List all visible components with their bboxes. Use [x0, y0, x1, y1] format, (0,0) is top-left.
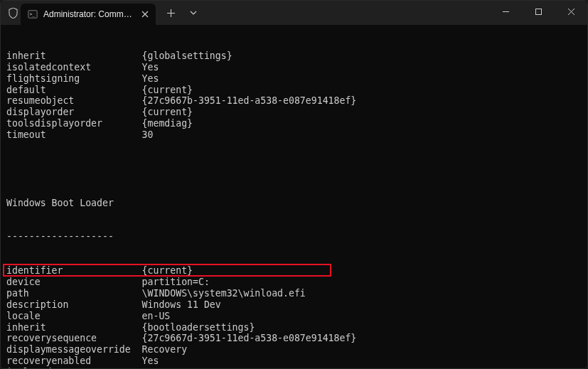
output-key: timeout — [6, 129, 142, 141]
output-key: device — [6, 277, 142, 288]
cmd-icon: >_ — [28, 9, 38, 19]
output-key: description — [6, 299, 142, 311]
output-value: partition=C: — [142, 277, 210, 288]
output-value: {current} — [142, 265, 193, 277]
output-row: isolatedcontext Yes — [6, 62, 582, 73]
output-key: recoverysequence — [6, 333, 142, 344]
output-row: identifier {current} — [6, 265, 582, 277]
output-row: flightsigning Yes — [6, 73, 582, 85]
terminal-output[interactable]: inherit {globalsettings}isolatedcontext … — [1, 25, 587, 368]
output-row: toolsdisplayorder {memdiag} — [6, 118, 582, 129]
output-row: description Windows 11 Dev — [6, 299, 582, 311]
svg-rect-2 — [535, 9, 541, 14]
output-value: Yes — [142, 73, 159, 85]
svg-text:>_: >_ — [30, 11, 36, 17]
output-key: path — [6, 288, 142, 299]
output-value: {27c9667b-3951-11ed-a538-e087e91418ef} — [142, 95, 357, 107]
tab-title: Administrator: Command Pro — [43, 9, 135, 19]
output-row: device partition=C: — [6, 277, 582, 288]
terminal-window: >_ Administrator: Command Pro — [0, 0, 588, 369]
output-key: isolatedcontext — [6, 62, 142, 73]
output-key: displaymessageoverride — [6, 344, 142, 355]
output-key: toolsdisplayorder — [6, 118, 142, 129]
close-button[interactable] — [555, 1, 587, 22]
output-value: {memdiag} — [142, 118, 193, 129]
output-value: en-US — [142, 311, 171, 322]
section-divider: ------------------- — [6, 231, 114, 242]
output-row: displaymessageoverride Recovery — [6, 344, 582, 355]
output-value: Yes — [142, 367, 159, 368]
tab-close-button[interactable] — [141, 9, 150, 20]
output-key: flightsigning — [6, 73, 142, 85]
output-row: resumeobject {27c9667b-3951-11ed-a538-e0… — [6, 95, 582, 107]
output-value: Recovery — [142, 344, 188, 355]
output-row: recoveryenabled Yes — [6, 355, 582, 367]
output-value: Yes — [142, 62, 159, 73]
new-tab-button[interactable] — [160, 3, 181, 23]
output-key: locale — [6, 311, 142, 322]
output-row: recoverysequence {27c9667d-3951-11ed-a53… — [6, 333, 582, 344]
minimize-button[interactable] — [489, 1, 522, 22]
output-row: locale en-US — [6, 311, 582, 322]
output-value: {current} — [142, 85, 193, 96]
output-key: isolatedcontext — [6, 367, 142, 368]
output-key: inherit — [6, 50, 142, 62]
output-row: inherit {globalsettings} — [6, 50, 582, 62]
shield-icon — [8, 7, 18, 18]
output-value: {27c9667d-3951-11ed-a538-e087e91418ef} — [142, 333, 357, 344]
output-key: inherit — [6, 322, 142, 333]
maximize-button[interactable] — [522, 1, 555, 22]
window-controls — [489, 1, 587, 25]
output-key: default — [6, 85, 142, 96]
output-key: identifier — [6, 265, 142, 277]
output-value: \WINDOWS\system32\winload.efi — [142, 288, 306, 299]
output-value: {current} — [142, 107, 193, 118]
active-tab[interactable]: >_ Administrator: Command Pro — [21, 4, 156, 25]
output-row: default {current} — [6, 85, 582, 96]
output-value: 30 — [142, 129, 154, 141]
tab-dropdown-button[interactable] — [183, 3, 204, 23]
output-value: {globalsettings} — [142, 50, 232, 62]
output-row: inherit {bootloadersettings} — [6, 322, 582, 333]
section-header: Windows Boot Loader — [6, 198, 114, 209]
output-row: timeout 30 — [6, 129, 582, 141]
output-row: displayorder {current} — [6, 107, 582, 118]
output-value: Windows 11 Dev — [142, 299, 221, 311]
output-value: Yes — [142, 355, 159, 367]
output-key: displayorder — [6, 107, 142, 118]
output-value: {bootloadersettings} — [142, 322, 255, 333]
output-row: isolatedcontext Yes — [6, 367, 582, 368]
tab-actions — [160, 3, 204, 23]
output-key: recoveryenabled — [6, 355, 142, 367]
titlebar: >_ Administrator: Command Pro — [1, 1, 587, 25]
output-key: resumeobject — [6, 95, 142, 107]
output-row: path \WINDOWS\system32\winload.efi — [6, 288, 582, 299]
